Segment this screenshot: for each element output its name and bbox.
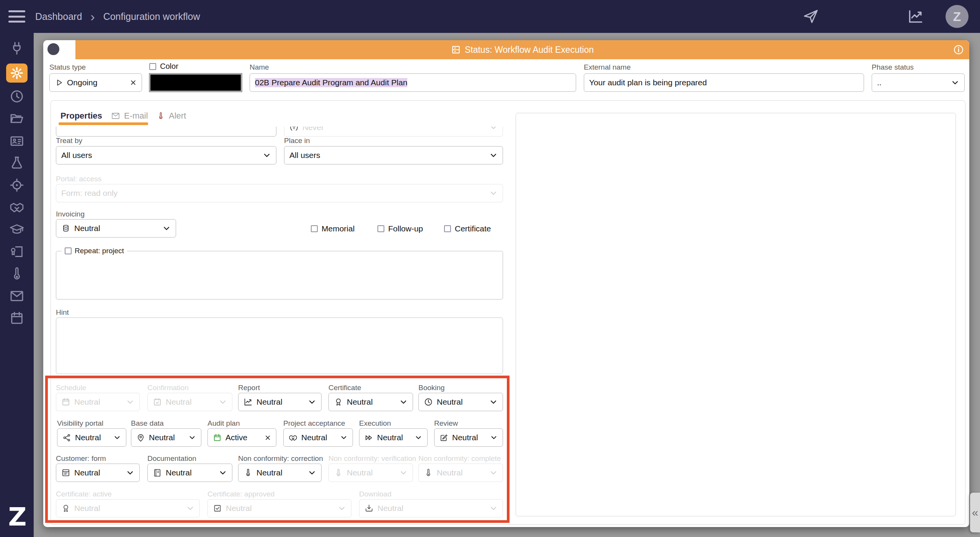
clear-audit-plan-icon[interactable]	[265, 434, 271, 441]
map-pin-icon	[136, 433, 145, 442]
portal-access-select[interactable]: Form: read only	[56, 184, 503, 202]
confirmation-label: Confirmation	[147, 384, 189, 392]
breadcrumb-dashboard[interactable]: Dashboard	[35, 11, 82, 22]
dialog-drag-handle[interactable]	[47, 43, 59, 55]
clipped-input[interactable]	[56, 127, 276, 137]
sidebar-item-contacts[interactable]	[9, 133, 24, 148]
booking-select[interactable]: Neutral	[418, 393, 503, 411]
nonconformity-correction-select[interactable]: Neutral	[238, 464, 322, 482]
chevron-down-icon	[489, 398, 498, 406]
thermometer-icon	[243, 468, 253, 477]
sidebar: Z	[0, 33, 34, 537]
customer-form-select[interactable]: Neutral	[56, 464, 140, 482]
download-icon	[364, 504, 374, 513]
award-icon	[61, 504, 70, 513]
collapse-panel-handle[interactable]: «	[970, 493, 980, 532]
color-swatch[interactable]	[149, 73, 242, 92]
tab-properties[interactable]: Properties	[60, 111, 102, 121]
execution-label: Execution	[359, 419, 391, 428]
send-icon[interactable]	[802, 8, 819, 25]
hamburger-menu-icon[interactable]	[8, 10, 25, 23]
base-data-label: Base data	[131, 419, 164, 428]
chart-line-icon[interactable]	[907, 8, 924, 25]
chevron-down-icon	[340, 434, 348, 441]
sidebar-item-certificates[interactable]	[9, 244, 24, 259]
invoicing-select[interactable]: Neutral	[56, 219, 176, 238]
status-type-select[interactable]: Ongoing	[49, 73, 142, 92]
treat-by-select[interactable]: All users	[56, 146, 276, 164]
tab-alert[interactable]: Alert	[157, 111, 186, 121]
audit-plan-label: Audit plan	[207, 419, 240, 428]
review-select[interactable]: Neutral	[434, 428, 503, 447]
certificate-active-select[interactable]: Neutral	[56, 499, 200, 517]
external-name-label: External name	[584, 63, 631, 72]
visibility-portal-select[interactable]: Neutral	[57, 428, 126, 447]
confirmation-select[interactable]: Neutral	[147, 393, 232, 411]
schedule-select[interactable]: Neutral	[56, 393, 140, 411]
follow-up-checkbox[interactable]	[377, 225, 384, 232]
calendar-check-icon	[153, 397, 162, 407]
nonconformity-verification-label: Non conformity: verification	[328, 454, 416, 463]
sidebar-item-plug[interactable]	[9, 41, 24, 57]
chevron-down-icon	[489, 504, 498, 513]
chevron-down-icon	[113, 434, 121, 441]
treat-by-label: Treat by	[56, 137, 82, 145]
name-value: 02B Prepare Audit Program and Audit Plan	[255, 78, 407, 87]
base-data-select[interactable]: Neutral	[131, 428, 201, 447]
audit-plan-select[interactable]: Active	[207, 428, 276, 447]
portal-access-label: Portal: access	[56, 175, 101, 183]
sidebar-item-training[interactable]	[9, 222, 24, 237]
download-select[interactable]: Neutral	[359, 499, 503, 517]
execution-select[interactable]: Neutral	[359, 428, 428, 447]
report-label: Report	[238, 384, 260, 392]
sidebar-item-history[interactable]	[9, 89, 24, 104]
memorial-checkbox[interactable]	[311, 225, 318, 232]
documentation-select[interactable]: Neutral	[147, 464, 232, 482]
share-icon	[62, 433, 71, 442]
sidebar-item-lab[interactable]	[9, 155, 24, 171]
memorial-label: Memorial	[322, 224, 354, 233]
handshake-icon	[289, 433, 297, 442]
report-select[interactable]: Neutral	[238, 393, 322, 411]
phase-status-select[interactable]: ..	[872, 73, 965, 92]
clock-icon	[424, 397, 433, 407]
info-icon[interactable]	[953, 44, 964, 55]
nonconformity-correction-label: Non conformity: correction	[238, 454, 323, 463]
sidebar-item-mail[interactable]	[9, 288, 24, 304]
status-configuration-dialog: Status: Workflow Audit Execution Status …	[43, 40, 969, 527]
fast-forward-icon	[364, 433, 373, 442]
sidebar-item-target[interactable]	[9, 177, 24, 193]
repeat-project-checkbox[interactable]	[65, 247, 72, 254]
breadcrumb-configuration-workflow[interactable]: Configuration workflow	[103, 11, 200, 22]
chevron-down-icon	[219, 469, 227, 477]
nonconformity-verification-select[interactable]: Neutral	[328, 464, 413, 482]
project-acceptance-label: Project acceptance	[283, 419, 345, 428]
edit-icon	[439, 433, 448, 442]
chevron-down-icon	[489, 189, 498, 197]
nonconformity-complete-select[interactable]: Neutral	[418, 464, 503, 482]
hint-textarea[interactable]	[56, 317, 503, 374]
sidebar-item-calendar[interactable]	[9, 311, 24, 326]
color-checkbox[interactable]	[149, 63, 156, 70]
invoicing-label: Invoicing	[56, 210, 85, 218]
chevron-down-icon	[126, 469, 134, 477]
upload-never-select[interactable]: Never	[284, 127, 503, 137]
breadcrumb-separator-icon: ›	[90, 9, 95, 24]
certificate-approved-select[interactable]: Neutral	[207, 499, 351, 517]
avatar[interactable]: Z	[946, 5, 969, 28]
certificate-select-label: Certificate	[328, 384, 361, 392]
tab-email[interactable]: E-mail	[111, 111, 148, 121]
sidebar-item-nonconformity[interactable]	[9, 266, 24, 282]
name-input[interactable]: 02B Prepare Audit Program and Audit Plan	[250, 73, 576, 92]
external-name-input[interactable]: Your audit plan is being prepared	[584, 73, 864, 92]
certificate-select[interactable]: Neutral	[328, 393, 413, 411]
certificate-checkbox[interactable]	[444, 225, 451, 232]
clear-status-type-icon[interactable]	[130, 79, 137, 86]
sidebar-item-partners[interactable]	[9, 200, 24, 215]
sidebar-item-projects[interactable]	[9, 111, 24, 126]
sidebar-item-settings[interactable]	[6, 63, 28, 83]
project-acceptance-select[interactable]: Neutral	[283, 428, 353, 447]
place-in-select[interactable]: All users	[284, 146, 503, 164]
form-card-icon	[61, 468, 70, 477]
dialog-header[interactable]: Status: Workflow Audit Execution	[75, 40, 969, 59]
